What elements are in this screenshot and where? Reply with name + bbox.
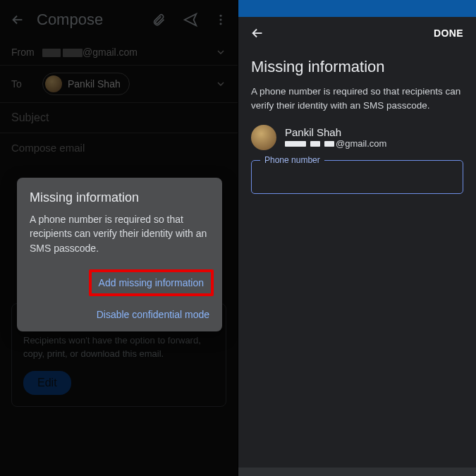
confidential-body: Recipients won't have the option to forw… [23,334,214,361]
from-row[interactable]: From @gmail.com [0,39,238,65]
nav-bar [238,468,476,476]
svg-point-1 [220,19,222,21]
page-description: A phone number is required so that recip… [251,85,463,112]
phone-label: Phone number [260,155,324,165]
chevron-down-icon [215,78,226,90]
highlight-annotation: Add missing information [89,269,214,296]
from-value: @gmail.com [42,47,215,58]
avatar [251,125,276,150]
svg-point-2 [220,23,222,25]
disable-confidential-button[interactable]: Disable confidential mode [97,309,209,320]
right-header: DONE [238,17,476,48]
phone-number-input[interactable]: Phone number [251,160,463,194]
done-button[interactable]: DONE [434,28,463,39]
recipient-row: Pankil Shah @gmail.com [251,125,463,150]
to-row[interactable]: To Pankil Shah [0,66,238,102]
avatar [45,75,62,92]
dialog-title: Missing information [30,190,209,205]
status-bar [238,0,476,17]
recipient-chip[interactable]: Pankil Shah [42,73,130,95]
compose-screen: Compose From @gmail.com To [0,0,238,476]
attach-icon[interactable] [152,13,166,27]
body-field[interactable]: Compose email [0,133,238,162]
chip-name: Pankil Shah [68,78,121,90]
chevron-down-icon [215,47,226,58]
page-title: Missing information [251,58,463,76]
from-label: From [11,47,42,58]
to-label: To [11,78,42,90]
subject-field[interactable]: Subject [0,103,238,133]
missing-info-screen: DONE Missing information A phone number … [238,0,476,476]
add-missing-info-button[interactable]: Add missing information [99,277,204,288]
svg-point-0 [220,15,222,17]
recipient-email: @gmail.com [285,138,386,149]
more-icon[interactable] [214,13,228,27]
send-icon[interactable] [183,12,198,28]
to-value: Pankil Shah [42,73,215,95]
missing-info-dialog: Missing information A phone number is re… [17,178,222,331]
back-arrow-icon[interactable] [10,12,25,28]
recipient-name: Pankil Shah [285,126,386,138]
edit-button[interactable]: Edit [23,371,71,395]
compose-header: Compose [0,0,238,39]
dialog-body: A phone number is required so that recip… [30,212,209,255]
compose-title: Compose [37,11,140,29]
back-arrow-icon[interactable] [250,25,265,41]
